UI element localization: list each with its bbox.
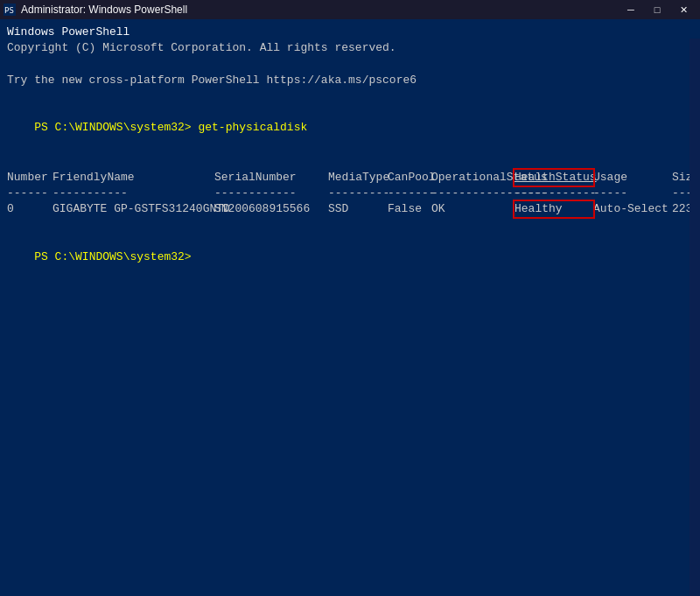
sep-canpool: -------: [388, 186, 431, 201]
command-line: PS C:\WINDOWS\system32> get-physicaldisk: [7, 104, 693, 152]
line-pscore: Try the new cross-platform PowerShell ht…: [7, 73, 693, 88]
col-canpool-header: CanPool: [388, 170, 431, 186]
minimize-button[interactable]: ─: [618, 0, 644, 19]
col-number-header: Number: [7, 170, 52, 186]
row-friendly: GIGABYTE GP-GSTFS31240GNTD: [52, 201, 214, 217]
line-copyright: Copyright (C) Microsoft Corporation. All…: [7, 40, 693, 56]
sep-friendly: -----------: [52, 186, 214, 201]
healthy-highlight: Healthy: [514, 202, 593, 215]
sep-opstatus: -----------------: [431, 186, 514, 201]
prompt1: PS C:\WINDOWS\system32>: [34, 121, 198, 134]
line-blank3: [7, 152, 693, 168]
prompt2: PS C:\WINDOWS\system32>: [34, 250, 198, 263]
data-row-0: 0GIGABYTE GP-GSTFS31240GNTDSN20060891556…: [7, 201, 693, 217]
command-text: get-physicaldisk: [198, 121, 307, 134]
row-number: 0: [7, 201, 52, 217]
title-bar: PS Administrator: Windows PowerShell ─ □…: [0, 0, 700, 19]
row-mediatype: SSD: [328, 201, 388, 217]
sep-serial: ------------: [214, 186, 328, 201]
row-serial: SN200608915566: [214, 201, 328, 217]
sep-number: ------: [7, 186, 52, 201]
healthstatus-highlight: HealthStatus: [514, 171, 593, 184]
sep-mediatype: ---------: [328, 186, 388, 201]
col-healthstatus-header: HealthStatus: [514, 170, 593, 186]
terminal-body[interactable]: Windows PowerShell Copyright (C) Microso…: [0, 19, 700, 596]
row-opstatus: OK: [431, 201, 514, 217]
svg-text:PS: PS: [4, 6, 14, 15]
row-usage: Auto-Select: [593, 201, 672, 217]
col-serial-header: SerialNumber: [214, 170, 328, 186]
row-healthstatus: Healthy: [514, 201, 593, 217]
sep-usage: -----: [593, 186, 672, 201]
col-mediatype-header: MediaType: [328, 170, 388, 186]
separator-row: ----------------- ------------ ---------…: [7, 186, 693, 201]
scrollbar[interactable]: [690, 39, 700, 596]
header-row: NumberFriendlyNameSerialNumberMediaTypeC…: [7, 170, 693, 186]
line-windows-powershell: Windows PowerShell: [7, 25, 693, 40]
title-bar-left: PS Administrator: Windows PowerShell: [4, 4, 187, 16]
title-bar-controls: ─ □ ✕: [618, 0, 696, 19]
line-blank4: [7, 217, 693, 233]
title-bar-title: Administrator: Windows PowerShell: [21, 4, 187, 16]
close-button[interactable]: ✕: [670, 0, 696, 19]
col-opstatus-header: OperationalStatus: [431, 170, 514, 186]
maximize-button[interactable]: □: [644, 0, 670, 19]
col-friendly-header: FriendlyName: [52, 170, 214, 186]
line-blank1: [7, 56, 693, 72]
col-usage-header: Usage: [593, 170, 672, 186]
powershell-icon: PS: [4, 4, 16, 16]
prompt2-line: PS C:\WINDOWS\system32>: [7, 233, 693, 281]
sep-healthstatus: ------------: [514, 186, 593, 201]
table-header: NumberFriendlyNameSerialNumberMediaTypeC…: [7, 170, 693, 218]
line-blank2: [7, 88, 693, 104]
row-canpool: False: [388, 201, 431, 217]
